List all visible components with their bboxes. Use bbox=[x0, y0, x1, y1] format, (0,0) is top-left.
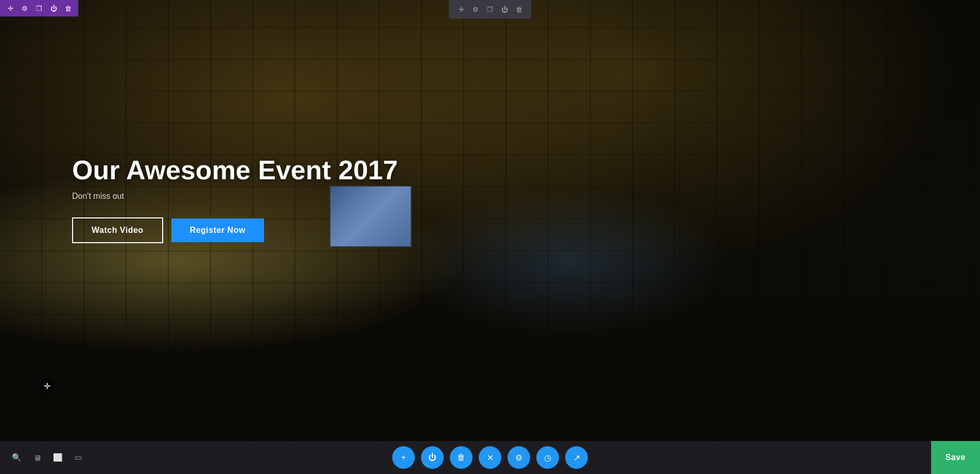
close-button[interactable]: ✕ bbox=[479, 446, 501, 469]
move-icon[interactable]: ✛ bbox=[4, 2, 16, 14]
bottom-toolbar: 🔍 🖥 ⬜ ▭ + ⏻ 🗑 ✕ ⚙ ◷ ↗ Save bbox=[0, 441, 980, 474]
delete-icon[interactable]: 🗑 bbox=[62, 2, 74, 14]
top-toolbar-left: ✛ ⚙ ❐ ⏻ 🗑 bbox=[0, 0, 78, 16]
top-toolbar-center: ✛ ⚙ ❐ ⏻ 🗑 bbox=[449, 0, 531, 19]
watch-video-button[interactable]: Watch Video bbox=[72, 217, 163, 243]
hero-content: Our Awesome Event 2017 Don't miss out Wa… bbox=[72, 155, 398, 243]
settings-icon-center[interactable]: ⚙ bbox=[469, 3, 482, 15]
hero-title: Our Awesome Event 2017 bbox=[72, 155, 398, 185]
delete-button[interactable]: 🗑 bbox=[450, 446, 472, 469]
hero-section: ✛ ⚙ ❐ ⏻ 🗑 ✛ ⚙ ❐ ⏻ 🗑 Our Awesome Event 20… bbox=[0, 0, 980, 474]
save-button[interactable]: Save bbox=[931, 441, 980, 474]
bottom-right: Save bbox=[931, 441, 980, 474]
launch-button[interactable]: ↗ bbox=[565, 446, 588, 469]
register-now-button[interactable]: Register Now bbox=[171, 218, 264, 242]
move-handle[interactable]: ✛ bbox=[39, 378, 55, 394]
bottom-left-tools: 🔍 🖥 ⬜ ▭ bbox=[8, 449, 86, 466]
hero-buttons: Watch Video Register Now bbox=[72, 217, 398, 243]
history-button[interactable]: ◷ bbox=[536, 446, 559, 469]
search-icon[interactable]: 🔍 bbox=[8, 449, 25, 466]
power-icon-center[interactable]: ⏻ bbox=[498, 3, 511, 15]
move-icon-center[interactable]: ✛ bbox=[455, 3, 467, 15]
settings-icon[interactable]: ⚙ bbox=[19, 2, 31, 14]
hero-subtitle: Don't miss out bbox=[72, 192, 398, 201]
bottom-center-tools: + ⏻ 🗑 ✕ ⚙ ◷ ↗ bbox=[392, 446, 588, 469]
desktop-view-icon[interactable]: 🖥 bbox=[29, 449, 45, 466]
tablet-view-icon[interactable]: ⬜ bbox=[49, 449, 66, 466]
move-arrows-icon: ✛ bbox=[44, 381, 50, 391]
power-icon[interactable]: ⏻ bbox=[47, 2, 60, 14]
settings-button[interactable]: ⚙ bbox=[507, 446, 530, 469]
duplicate-icon[interactable]: ❐ bbox=[33, 2, 45, 14]
mobile-view-icon[interactable]: ▭ bbox=[70, 449, 86, 466]
add-button[interactable]: + bbox=[392, 446, 415, 469]
power-button[interactable]: ⏻ bbox=[421, 446, 444, 469]
delete-icon-center[interactable]: 🗑 bbox=[513, 3, 525, 15]
duplicate-icon-center[interactable]: ❐ bbox=[484, 3, 496, 15]
